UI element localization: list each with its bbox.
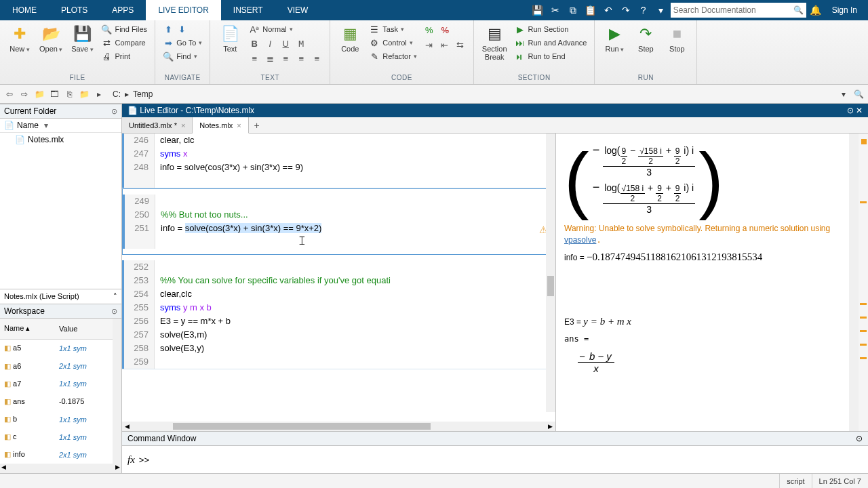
- task-button[interactable]: ☰Task: [367, 23, 419, 35]
- tab-insert[interactable]: INSERT: [221, 0, 275, 20]
- ws-scrollbar[interactable]: [113, 319, 121, 464]
- workspace-var[interactable]: ◧ c1x1 sym: [0, 428, 113, 446]
- italic-button[interactable]: I: [262, 37, 277, 50]
- tab-view[interactable]: VIEW: [275, 0, 321, 20]
- output-vscroll[interactable]: [849, 134, 859, 431]
- search-input[interactable]: [673, 5, 793, 15]
- undo-icon[interactable]: ↶: [600, 2, 616, 18]
- current-folder-title: Current Folder: [4, 106, 56, 116]
- paste-icon[interactable]: 📋: [583, 2, 599, 18]
- search-path-icon[interactable]: 🔍: [852, 87, 865, 101]
- vpasolve-link[interactable]: vpasolve: [564, 235, 596, 245]
- goto-button[interactable]: ➡Go To: [161, 37, 204, 49]
- align-left-icon[interactable]: ≡: [278, 52, 293, 65]
- close-editor-icon[interactable]: ✕: [856, 106, 863, 115]
- bell-icon[interactable]: 🔔: [808, 2, 824, 18]
- style-normal[interactable]: AᵃNormal: [247, 23, 324, 35]
- file-notes[interactable]: 📄Notes.mlx: [0, 133, 121, 146]
- code-vscroll[interactable]: [546, 134, 555, 412]
- save-button[interactable]: 💾Save: [68, 23, 96, 54]
- close-tab-icon[interactable]: ×: [237, 121, 241, 129]
- folder-crumb[interactable]: Temp: [133, 89, 153, 99]
- uncomment-icon[interactable]: %̶: [437, 23, 452, 37]
- workspace-var[interactable]: ◧ a62x1 sym: [0, 357, 113, 375]
- workspace-var[interactable]: ◧ info2x1 sym: [0, 446, 113, 464]
- tab-plots[interactable]: PLOTS: [49, 0, 100, 20]
- back-icon[interactable]: ⇦: [3, 87, 16, 101]
- indent-icon[interactable]: ⇥: [422, 38, 437, 52]
- panel-menu-icon[interactable]: ⊙: [111, 107, 117, 116]
- workspace-var[interactable]: ◧ b1x1 sym: [0, 410, 113, 428]
- outdent-icon[interactable]: ⇤: [437, 38, 452, 52]
- help-icon[interactable]: ?: [635, 2, 652, 18]
- maximize-icon[interactable]: ⊙: [847, 106, 854, 115]
- compare-button[interactable]: ⇄Compare: [99, 37, 149, 49]
- workspace-var[interactable]: ◧ a51x1 sym: [0, 339, 113, 357]
- run-to-end-button[interactable]: ⏯Run to End: [513, 50, 589, 62]
- workspace-var[interactable]: ◧ a71x1 sym: [0, 375, 113, 392]
- align-center-icon[interactable]: ≡: [294, 52, 309, 65]
- stop-button[interactable]: ■Stop: [663, 23, 691, 54]
- cmd-menu-icon[interactable]: ⊙: [856, 434, 863, 443]
- search-documentation[interactable]: 🔍: [671, 3, 806, 18]
- sign-in-link[interactable]: Sign In: [825, 5, 864, 15]
- fx-icon[interactable]: fx: [127, 454, 135, 466]
- print-button[interactable]: 🖨Print: [99, 50, 149, 62]
- cut-icon[interactable]: ✂: [547, 2, 564, 18]
- ws-menu-icon[interactable]: ⊙: [111, 307, 117, 316]
- tab-home[interactable]: HOME: [0, 0, 49, 20]
- save-icon[interactable]: 💾: [530, 2, 546, 18]
- redo-icon[interactable]: ↷: [618, 2, 634, 18]
- tab-notes[interactable]: Notes.mlx×: [193, 117, 248, 134]
- nav-up-button[interactable]: ⬆⬇: [161, 23, 204, 35]
- new-tab-button[interactable]: +: [249, 117, 265, 133]
- find-files-button[interactable]: 🔍Find Files: [99, 23, 149, 35]
- up-icon[interactable]: 📁: [33, 87, 46, 101]
- bold-button[interactable]: B: [247, 37, 262, 50]
- run-advance-button[interactable]: ⏭Run and Advance: [513, 37, 589, 49]
- collapse-icon[interactable]: ˄: [113, 292, 117, 301]
- hscroll-right-icon[interactable]: ▶: [115, 464, 120, 473]
- mono-button[interactable]: M: [294, 37, 309, 50]
- drive-crumb[interactable]: C:: [113, 89, 121, 99]
- close-tab-icon[interactable]: ×: [181, 121, 185, 129]
- chevron-icon[interactable]: ▸: [92, 87, 106, 101]
- copy-icon[interactable]: ⧉: [565, 2, 581, 18]
- bullets-icon[interactable]: ≡: [247, 52, 262, 65]
- command-input[interactable]: fx>>: [122, 446, 868, 473]
- path-dropdown-icon[interactable]: ▾: [837, 87, 850, 101]
- tab-apps[interactable]: APPS: [100, 0, 146, 20]
- align-right-icon[interactable]: ≡: [309, 52, 324, 65]
- autoindent-icon[interactable]: ⇆: [453, 38, 468, 52]
- ws-name-header[interactable]: Name ▴: [0, 319, 55, 339]
- find-button[interactable]: 🔍Find: [161, 50, 204, 62]
- browse-icon[interactable]: 🗔: [47, 87, 61, 101]
- hscroll-left-icon[interactable]: ◀: [1, 464, 6, 473]
- code-button[interactable]: ▦Code: [336, 23, 364, 54]
- ribbon-group-section: SECTION: [479, 74, 589, 83]
- search-icon[interactable]: 🔍: [793, 5, 804, 15]
- step-button[interactable]: ↷Step: [631, 23, 660, 54]
- run-button[interactable]: ▶Run: [600, 23, 629, 54]
- code-icon: ▦: [340, 24, 359, 43]
- tab-live-editor[interactable]: LIVE EDITOR: [146, 0, 220, 20]
- section-break-button[interactable]: ▤Section Break: [479, 23, 510, 62]
- forward-icon[interactable]: ⇨: [18, 87, 31, 101]
- code-hscroll[interactable]: ◀▶: [122, 422, 555, 431]
- open-button[interactable]: 📂Open: [37, 23, 65, 54]
- comment-icon[interactable]: %: [422, 23, 437, 37]
- name-header[interactable]: Name: [17, 121, 39, 130]
- text-button[interactable]: 📄Text: [216, 23, 244, 54]
- ws-value-header[interactable]: Value: [55, 319, 113, 339]
- numbered-icon[interactable]: ≣: [262, 52, 277, 65]
- workspace-var[interactable]: ◧ ans-0.1875: [0, 392, 113, 410]
- new-button[interactable]: ✚New: [5, 23, 34, 54]
- tab-untitled3[interactable]: Untitled3.mlx *×: [122, 117, 193, 133]
- refactor-button[interactable]: ✎Refactor: [367, 50, 419, 62]
- run-section-button[interactable]: ▶Run Section: [513, 23, 589, 35]
- code-pane[interactable]: 246clear, clc 247syms x 248info = solve(…: [122, 134, 556, 431]
- underline-button[interactable]: U: [278, 37, 293, 50]
- dropdown-icon[interactable]: ▾: [653, 2, 669, 18]
- adv-icon[interactable]: ⎘: [62, 87, 76, 101]
- control-button[interactable]: ⚙Control: [367, 37, 419, 49]
